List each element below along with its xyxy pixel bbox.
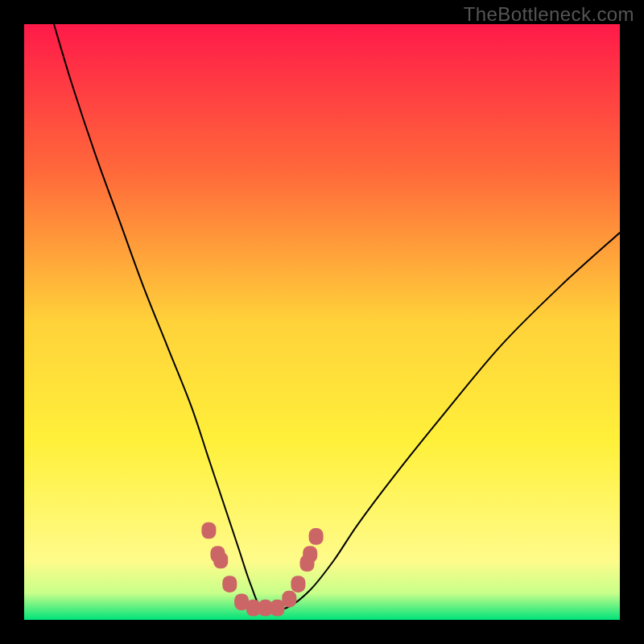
highlight-dot [303,546,317,563]
chart-frame: TheBottleneck.com [0,0,644,644]
plot-background [24,24,620,620]
watermark-text: TheBottleneck.com [464,3,634,26]
highlight-dot [222,576,237,592]
bottleneck-chart [0,0,644,644]
highlight-dot [213,552,228,569]
highlight-dot [291,576,305,592]
highlight-dot [201,522,216,539]
highlight-dot [282,591,296,608]
highlight-dot [309,528,324,545]
